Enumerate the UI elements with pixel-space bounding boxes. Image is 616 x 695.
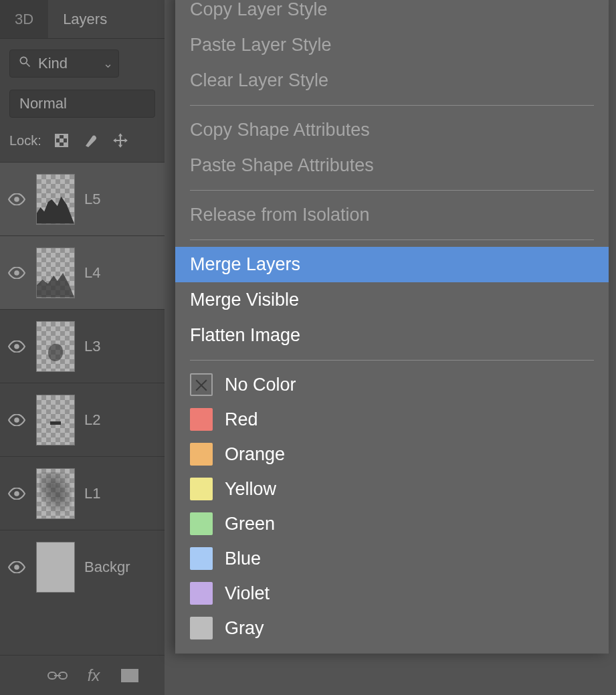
visibility-icon[interactable] [7,561,27,573]
color-label: Green [225,514,275,534]
menu-separator [190,190,594,191]
layer-row-l1[interactable]: L1 [0,456,165,530]
link-layers-icon[interactable] [47,665,68,686]
lock-row: Lock: [9,131,165,150]
swatch-orange-icon [190,443,213,466]
menu-color-gray[interactable]: Gray [175,611,609,646]
layer-row-background[interactable]: Backgr [0,530,165,603]
color-label: Gray [225,618,264,639]
swatch-yellow-icon [190,478,213,500]
visibility-icon[interactable] [7,340,27,353]
layers-panel: 3D Layers Kind ⌄ Normal Lock: [0,0,165,695]
menu-clear-layer-style: Clear Layer Style [175,63,609,98]
layer-filter-dropdown[interactable]: Kind ⌄ [9,49,119,78]
menu-color-no-color[interactable]: No Color [175,367,609,402]
layers-context-menu: Copy Layer Style Paste Layer Style Clear… [175,0,609,654]
svg-point-10 [14,344,19,349]
blend-mode-value: Normal [19,95,67,112]
layers-panel-footer: fx [0,655,165,695]
lock-transparency-icon[interactable] [52,131,71,150]
svg-point-9 [14,270,19,276]
layer-name[interactable]: L1 [84,485,100,502]
visibility-icon[interactable] [7,414,27,426]
menu-release-from-isolation: Release from Isolation [175,197,609,233]
menu-copy-layer-style: Copy Layer Style [175,0,609,27]
layer-name[interactable]: L2 [84,411,100,429]
svg-rect-7 [64,142,68,146]
color-label: Red [225,409,258,430]
swatch-no-color-icon [190,373,213,396]
menu-separator [190,105,594,106]
menu-color-red[interactable]: Red [175,402,609,437]
lock-label: Lock: [9,133,41,148]
menu-color-orange[interactable]: Orange [175,437,609,472]
swatch-blue-icon [190,547,213,570]
svg-point-8 [14,197,19,202]
menu-paste-layer-style: Paste Layer Style [175,27,609,63]
swatch-gray-icon [190,617,213,639]
layer-name[interactable]: L3 [84,338,100,355]
menu-merge-visible[interactable]: Merge Visible [175,282,609,318]
blend-mode-dropdown[interactable]: Normal [9,90,155,118]
menu-copy-shape-attributes: Copy Shape Attributes [175,112,609,148]
panel-tabs: 3D Layers [0,0,165,39]
search-icon [18,55,31,72]
layer-thumbnail[interactable] [36,321,75,372]
menu-color-yellow[interactable]: Yellow [175,472,609,506]
menu-color-violet[interactable]: Violet [175,576,609,611]
visibility-icon[interactable] [7,267,27,279]
layer-thumbnail[interactable] [36,247,75,298]
add-mask-icon[interactable] [119,665,140,686]
menu-flatten-image[interactable]: Flatten Image [175,318,609,353]
layer-thumbnail[interactable] [36,395,75,445]
layer-thumbnail[interactable] [36,468,75,519]
svg-rect-17 [121,669,138,682]
menu-merge-layers[interactable]: Merge Layers [175,247,609,282]
menu-color-green[interactable]: Green [175,506,609,541]
swatch-violet-icon [190,582,213,605]
lock-pixels-icon[interactable] [82,131,100,150]
svg-rect-3 [56,134,60,138]
color-label: Blue [225,549,261,569]
layer-row-l5[interactable]: L5 [0,162,165,235]
layer-thumbnail[interactable] [36,542,75,593]
layer-name[interactable]: L4 [84,264,100,282]
svg-point-13 [14,565,19,570]
menu-separator [190,239,594,240]
tab-layers[interactable]: Layers [48,0,122,38]
color-label: Violet [225,583,270,604]
tab-3d[interactable]: 3D [0,0,48,38]
swatch-green-icon [190,512,213,535]
lock-position-icon[interactable] [111,131,130,150]
layer-fx-icon[interactable]: fx [83,665,104,686]
layer-row-l2[interactable]: L2 [0,383,165,456]
color-label: Yellow [225,479,276,500]
visibility-icon[interactable] [7,488,27,500]
menu-paste-shape-attributes: Paste Shape Attributes [175,148,609,183]
svg-rect-5 [60,138,64,142]
svg-rect-4 [64,134,68,138]
menu-separator [190,360,594,361]
svg-point-12 [14,491,19,496]
svg-point-0 [20,57,27,64]
swatch-red-icon [190,408,213,431]
layer-name[interactable]: Backgr [84,559,130,576]
layer-thumbnail[interactable] [36,174,75,225]
svg-line-1 [27,64,30,67]
layer-row-l3[interactable]: L3 [0,309,165,383]
layer-name[interactable]: L5 [84,191,100,208]
chevron-down-icon: ⌄ [103,56,113,71]
layer-filter-label: Kind [38,55,68,72]
color-label: Orange [225,444,285,465]
svg-point-11 [14,417,19,423]
layer-row-l4[interactable]: L4 [0,235,165,309]
layers-list: L5 L4 L3 L2 [0,162,165,603]
svg-rect-6 [56,142,60,146]
color-label: No Color [225,375,296,395]
menu-color-blue[interactable]: Blue [175,541,609,576]
visibility-icon[interactable] [7,193,27,205]
